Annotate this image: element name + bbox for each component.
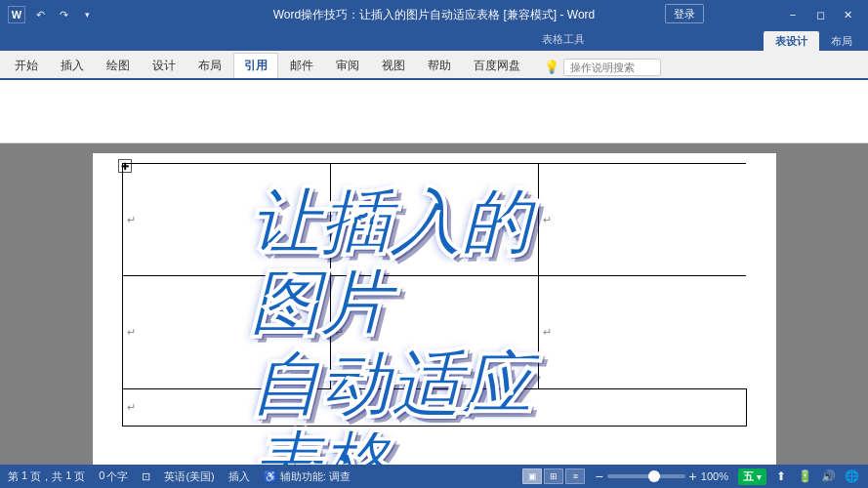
tab-draw[interactable]: 绘图	[96, 53, 141, 78]
help-search-input[interactable]	[563, 59, 661, 76]
zoom-control: − + 100%	[595, 469, 728, 483]
table-tools-label: 表格工具	[542, 32, 585, 47]
tab-mailings[interactable]: 邮件	[279, 53, 324, 78]
tab-design[interactable]: 设计	[142, 53, 186, 78]
restore-button[interactable]: ◻	[807, 5, 833, 24]
accessibility-check[interactable]: ♿ 辅助功能: 调查	[264, 469, 351, 484]
system-icon-2[interactable]: 🔋	[796, 468, 813, 485]
table-cell-r2c2[interactable]: ↵	[330, 276, 538, 388]
view-print-layout[interactable]: ▣	[522, 468, 542, 484]
macro-icon: ⊡	[142, 470, 150, 483]
table-cell-r2c1[interactable]: ↵	[122, 276, 330, 388]
quick-access-undo[interactable]: ↶	[31, 6, 49, 23]
page-count: 第 1 页，共 1 页	[8, 469, 85, 484]
tab-start[interactable]: 开始	[4, 53, 49, 78]
wps-logo[interactable]: 五 ▾	[738, 468, 766, 485]
zoom-track[interactable]	[607, 474, 685, 478]
table-cell-r1c2[interactable]: ↵	[330, 164, 538, 276]
window-title: Word操作技巧：让插入的图片自动适应表格 [兼容模式] - Word	[273, 7, 596, 23]
tab-table-layout[interactable]: 布局	[819, 31, 864, 51]
table-cell-r1c1[interactable]: ↵	[122, 164, 330, 276]
login-button[interactable]: 登录	[665, 4, 704, 23]
quick-access-redo[interactable]: ↷	[55, 6, 72, 23]
tab-review[interactable]: 审阅	[325, 53, 370, 78]
language-indicator[interactable]: 英语(美国)	[164, 469, 214, 484]
tab-insert[interactable]: 插入	[50, 53, 95, 78]
ribbon-content	[0, 78, 868, 142]
status-right: ▣ ⊞ ≡ − + 100% 五 ▾ ⬆ 🔋 🔊 🌐	[522, 468, 860, 485]
system-icon-3[interactable]: 🔊	[819, 468, 837, 485]
table-tools-bar: 表格工具 表设计 布局	[0, 29, 868, 51]
title-bar: W ↶ ↷ ▾ Word操作技巧：让插入的图片自动适应表格 [兼容模式] - W…	[0, 0, 868, 29]
table-cell-r2c3[interactable]: ↵	[538, 276, 746, 388]
view-outline[interactable]: ≡	[565, 468, 585, 484]
app-icon: W	[8, 6, 25, 23]
view-web-layout[interactable]: ⊞	[544, 468, 563, 484]
tab-baidu[interactable]: 百度网盘	[463, 53, 531, 78]
system-icon-4[interactable]: 🌐	[843, 468, 860, 485]
status-bar: 第 1 页，共 1 页 0 个字 ⊡ 英语(美国) 插入 ♿ 辅助功能: 调查 …	[0, 465, 868, 488]
zoom-level[interactable]: 100%	[701, 470, 728, 482]
view-buttons: ▣ ⊞ ≡	[522, 468, 585, 484]
lightbulb-icon: 💡	[544, 60, 559, 74]
tab-view[interactable]: 视图	[371, 53, 416, 78]
table-cell-r1c3[interactable]: ↵	[538, 164, 746, 276]
word-table: ↵ ↵ ↵ ↵ ↵ ↵ ↵	[122, 163, 747, 427]
title-left-controls: W ↶ ↷ ▾	[8, 6, 96, 23]
document-area: ✚ ↵ ↵ ↵ ↵ ↵ ↵ ↵	[0, 143, 868, 465]
accessibility-icon: ♿	[264, 470, 277, 483]
window-controls: − ◻ ✕	[780, 5, 860, 24]
zoom-thumb[interactable]	[648, 470, 660, 482]
insert-mode[interactable]: 插入	[228, 469, 250, 484]
ribbon-tabs: 开始 插入 绘图 设计 布局 引用 邮件 审阅 视图 帮助 百度网盘 💡	[0, 51, 868, 78]
table-cell-r3c1[interactable]: ↵	[122, 388, 746, 426]
tab-layout[interactable]: 布局	[187, 53, 232, 78]
ribbon: 开始 插入 绘图 设计 布局 引用 邮件 审阅 视图 帮助 百度网盘 💡	[0, 51, 868, 143]
minimize-button[interactable]: −	[780, 5, 806, 24]
document-page: ✚ ↵ ↵ ↵ ↵ ↵ ↵ ↵	[93, 153, 776, 465]
zoom-plus[interactable]: +	[689, 469, 697, 483]
tab-help[interactable]: 帮助	[417, 53, 462, 78]
zoom-minus[interactable]: −	[595, 469, 602, 483]
notification-area: 五 ▾ ⬆ 🔋 🔊 🌐	[738, 468, 860, 485]
quick-access-customize[interactable]: ▾	[78, 6, 96, 23]
word-count: 0 个字	[99, 469, 128, 484]
system-icon-1[interactable]: ⬆	[772, 468, 790, 485]
close-button[interactable]: ✕	[835, 5, 860, 24]
tab-table-design[interactable]: 表设计	[764, 31, 819, 51]
tab-references[interactable]: 引用	[233, 53, 278, 78]
